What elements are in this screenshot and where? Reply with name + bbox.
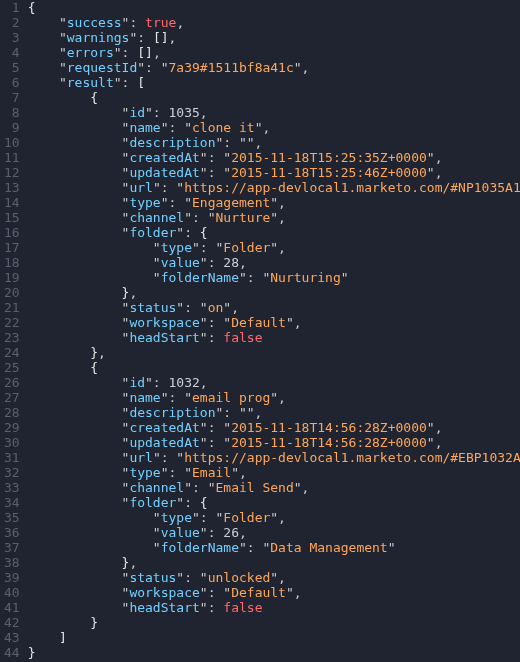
line-number: 40 [4, 585, 20, 600]
code-line: "errors": [], [28, 45, 520, 60]
line-number: 24 [4, 345, 20, 360]
code-line: "name": "clone it", [28, 120, 520, 135]
code-line: "result": [ [28, 75, 520, 90]
line-number: 31 [4, 450, 20, 465]
code-line: "status": "unlocked", [28, 570, 520, 585]
line-number: 2 [4, 15, 20, 30]
code-line: "headStart": false [28, 600, 520, 615]
code-line: "channel": "Nurture", [28, 210, 520, 225]
code-line: "description": "", [28, 405, 520, 420]
line-number: 26 [4, 375, 20, 390]
line-number: 8 [4, 105, 20, 120]
line-number: 41 [4, 600, 20, 615]
line-number: 39 [4, 570, 20, 585]
code-line: "createdAt": "2015-11-18T15:25:35Z+0000"… [28, 150, 520, 165]
code-line: "value": 26, [28, 525, 520, 540]
code-line: }, [28, 285, 520, 300]
code-line: "name": "email prog", [28, 390, 520, 405]
line-number: 12 [4, 165, 20, 180]
line-number: 29 [4, 420, 20, 435]
code-line: "description": "", [28, 135, 520, 150]
code-line: "createdAt": "2015-11-18T14:56:28Z+0000"… [28, 420, 520, 435]
line-number: 6 [4, 75, 20, 90]
line-number: 11 [4, 150, 20, 165]
code-line: "warnings": [], [28, 30, 520, 45]
code-line: } [28, 645, 520, 660]
line-number: 33 [4, 480, 20, 495]
code-line: "type": "Folder", [28, 240, 520, 255]
line-number: 34 [4, 495, 20, 510]
line-number: 13 [4, 180, 20, 195]
line-number: 19 [4, 270, 20, 285]
line-number: 18 [4, 255, 20, 270]
code-line: "folderName": "Data Management" [28, 540, 520, 555]
line-number: 17 [4, 240, 20, 255]
line-number: 21 [4, 300, 20, 315]
code-line: "updatedAt": "2015-11-18T15:25:46Z+0000"… [28, 165, 520, 180]
code-editor: 1234567891011121314151617181920212223242… [0, 0, 520, 662]
code-line: "channel": "Email Send", [28, 480, 520, 495]
code-line: }, [28, 555, 520, 570]
code-line: "folderName": "Nurturing" [28, 270, 520, 285]
line-number: 15 [4, 210, 20, 225]
line-number: 7 [4, 90, 20, 105]
line-number: 1 [4, 0, 20, 15]
line-number: 23 [4, 330, 20, 345]
line-number: 37 [4, 540, 20, 555]
code-line: "type": "Engagement", [28, 195, 520, 210]
code-line: "success": true, [28, 15, 520, 30]
code-line: "id": 1032, [28, 375, 520, 390]
line-number: 35 [4, 510, 20, 525]
line-number: 38 [4, 555, 20, 570]
code-line: "folder": { [28, 495, 520, 510]
code-line: "id": 1035, [28, 105, 520, 120]
code-line: { [28, 360, 520, 375]
code-line: }, [28, 345, 520, 360]
code-line: "workspace": "Default", [28, 315, 520, 330]
line-number: 22 [4, 315, 20, 330]
code-line: { [28, 0, 520, 15]
code-line: "status": "on", [28, 300, 520, 315]
line-number: 43 [4, 630, 20, 645]
line-number: 44 [4, 645, 20, 660]
code-line: "headStart": false [28, 330, 520, 345]
line-number: 16 [4, 225, 20, 240]
line-number: 32 [4, 465, 20, 480]
line-number: 30 [4, 435, 20, 450]
line-number: 14 [4, 195, 20, 210]
code-line: "updatedAt": "2015-11-18T14:56:28Z+0000"… [28, 435, 520, 450]
code-line: ] [28, 630, 520, 645]
line-number: 4 [4, 45, 20, 60]
code-line: { [28, 90, 520, 105]
code-line: "value": 28, [28, 255, 520, 270]
code-line: "workspace": "Default", [28, 585, 520, 600]
line-number: 25 [4, 360, 20, 375]
line-number: 28 [4, 405, 20, 420]
line-number: 27 [4, 390, 20, 405]
code-line: "requestId": "7a39#1511bf8a41c", [28, 60, 520, 75]
code-area[interactable]: {"success": true,"warnings": [],"errors"… [28, 0, 520, 662]
line-number: 3 [4, 30, 20, 45]
line-number: 10 [4, 135, 20, 150]
code-line: "folder": { [28, 225, 520, 240]
code-line: "url": "https://app-devlocal1.marketo.co… [28, 450, 520, 465]
line-number: 9 [4, 120, 20, 135]
line-number: 42 [4, 615, 20, 630]
line-number: 5 [4, 60, 20, 75]
line-number: 36 [4, 525, 20, 540]
code-line: "type": "Email", [28, 465, 520, 480]
code-line: "url": "https://app-devlocal1.marketo.co… [28, 180, 520, 195]
code-line: } [28, 615, 520, 630]
line-number-gutter: 1234567891011121314151617181920212223242… [0, 0, 28, 662]
line-number: 20 [4, 285, 20, 300]
code-line: "type": "Folder", [28, 510, 520, 525]
